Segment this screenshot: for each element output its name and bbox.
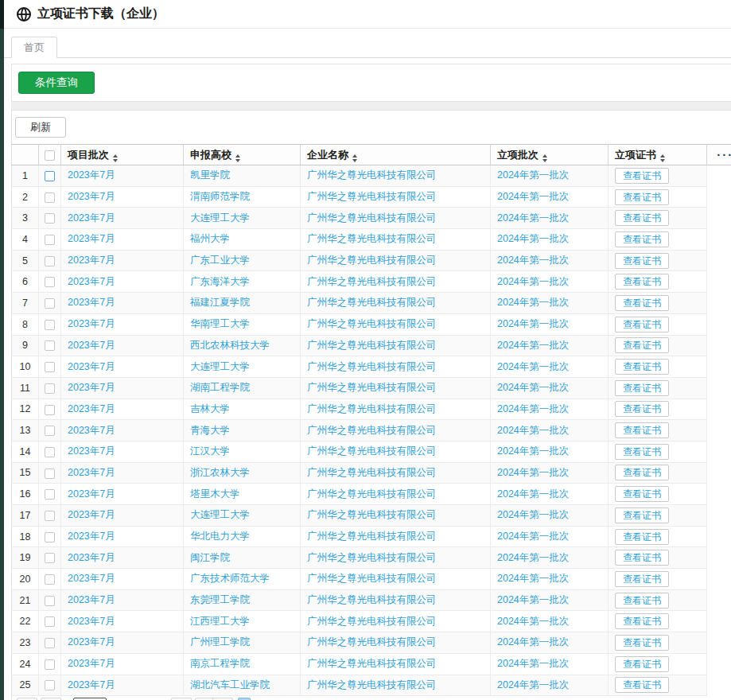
row-checkbox-cell [39,293,61,314]
view-certificate-button[interactable]: 查看证书 [615,189,669,205]
row-checkbox[interactable] [45,320,55,330]
row-checkbox[interactable] [45,192,55,203]
cell-company: 广州华之尊光电科技有限公司 [301,399,491,420]
table-row: 23 2023年7月 广州理工学院 广州华之尊光电科技有限公司 2024年第一批… [12,632,731,654]
row-checkbox[interactable] [45,511,55,521]
row-index: 3 [12,208,39,229]
cell-company: 广州华之尊光电科技有限公司 [301,569,491,590]
row-checkbox[interactable] [45,638,55,648]
cell-company: 广州华之尊光电科技有限公司 [301,441,491,462]
header-certificate[interactable]: 立项证书 [609,145,707,165]
view-certificate-button[interactable]: 查看证书 [615,317,669,332]
row-checkbox[interactable] [45,447,55,457]
row-checkbox[interactable] [45,340,55,351]
header-university[interactable]: 申报高校 [184,145,301,165]
row-index: 12 [12,399,39,420]
header-approval-batch[interactable]: 立项批次 [491,145,609,165]
cell-project-batch: 2023年7月 [61,505,184,527]
row-checkbox[interactable] [45,680,55,690]
view-certificate-button[interactable]: 查看证书 [615,613,669,629]
view-certificate-button[interactable]: 查看证书 [615,168,669,184]
cell-university: 福建江夏学院 [184,293,301,314]
row-index: 18 [12,526,39,547]
view-certificate-button[interactable]: 查看证书 [615,253,669,269]
row-checkbox[interactable] [45,277,55,287]
row-checkbox[interactable] [45,532,55,542]
view-certificate-button[interactable]: 查看证书 [615,274,669,290]
header-company[interactable]: 企业名称 [301,145,491,165]
row-checkbox[interactable] [45,553,55,563]
row-checkbox[interactable] [45,383,55,394]
cell-more [707,505,731,527]
cell-university: 南京工程学院 [184,653,301,675]
row-checkbox[interactable] [45,489,55,500]
view-certificate-button[interactable]: 查看证书 [615,635,669,651]
view-certificate-button[interactable]: 查看证书 [615,571,669,587]
cell-certificate: 查看证书 [609,229,707,251]
cell-more [707,547,731,569]
row-index: 13 [12,420,39,441]
cell-approval-batch: 2024年第一批次 [491,589,609,611]
table-row: 6 2023年7月 广东海洋大学 广州华之尊光电科技有限公司 2024年第一批次… [12,271,731,293]
row-checkbox[interactable] [45,235,55,245]
view-certificate-button[interactable]: 查看证书 [615,401,669,417]
cell-approval-batch: 2024年第一批次 [491,229,609,251]
table-row: 17 2023年7月 大连理工大学 广州华之尊光电科技有限公司 2024年第一批… [12,505,731,527]
view-certificate-button[interactable]: 查看证书 [615,444,669,460]
row-checkbox[interactable] [45,469,55,479]
cell-certificate: 查看证书 [609,313,707,335]
view-certificate-button[interactable]: 查看证书 [615,231,669,247]
view-certificate-button[interactable]: 查看证书 [615,210,669,226]
table-row: 21 2023年7月 东莞理工学院 广州华之尊光电科技有限公司 2024年第一批… [12,589,731,611]
sort-icon[interactable] [542,154,547,162]
cell-project-batch: 2023年7月 [61,293,184,314]
row-index: 6 [12,271,39,293]
row-checkbox[interactable] [45,574,55,585]
cell-company: 广州华之尊光电科技有限公司 [301,526,491,547]
sort-icon[interactable] [113,154,118,162]
row-checkbox[interactable] [45,596,55,606]
sort-icon[interactable] [660,154,665,162]
view-certificate-button[interactable]: 查看证书 [615,677,669,693]
cell-more [707,611,731,632]
view-certificate-button[interactable]: 查看证书 [615,656,669,672]
row-checkbox-cell [39,377,61,399]
view-certificate-button[interactable]: 查看证书 [615,359,669,375]
view-certificate-button[interactable]: 查看证书 [615,593,669,609]
row-checkbox-cell [39,526,61,547]
select-all-checkbox[interactable] [45,150,55,161]
view-certificate-button[interactable]: 查看证书 [615,422,669,438]
row-index: 1 [12,165,39,187]
view-certificate-button[interactable]: 查看证书 [615,465,669,480]
view-certificate-button[interactable]: 查看证书 [615,486,669,502]
row-checkbox[interactable] [45,298,55,309]
row-checkbox[interactable] [45,616,55,627]
row-checkbox[interactable] [45,405,55,415]
cell-more [707,250,731,271]
refresh-button[interactable]: 刷新 [15,117,66,138]
row-index: 16 [12,484,39,505]
condition-query-button[interactable]: 条件查询 [18,72,95,94]
view-certificate-button[interactable]: 查看证书 [615,550,669,566]
cell-project-batch: 2023年7月 [61,356,184,378]
row-checkbox[interactable] [45,213,55,224]
header-project-batch[interactable]: 项目批次 [61,145,184,165]
row-checkbox[interactable] [45,256,55,266]
cell-certificate: 查看证书 [609,399,707,420]
row-checkbox[interactable] [45,171,55,181]
view-certificate-button[interactable]: 查看证书 [615,508,669,523]
cell-university: 华北电力大学 [184,526,301,547]
sort-icon[interactable] [352,154,357,162]
view-certificate-button[interactable]: 查看证书 [615,529,669,545]
view-certificate-button[interactable]: 查看证书 [615,337,669,353]
more-columns-button[interactable]: ··· [707,145,731,165]
view-certificate-button[interactable]: 查看证书 [615,380,669,396]
view-certificate-button[interactable]: 查看证书 [615,295,669,311]
row-checkbox[interactable] [45,362,55,372]
row-checkbox[interactable] [45,659,55,670]
tab-home[interactable]: 首页 [11,37,57,58]
cell-approval-batch: 2024年第一批次 [491,250,609,271]
row-checkbox[interactable] [45,426,55,436]
cell-approval-batch: 2024年第一批次 [491,399,609,420]
sort-icon[interactable] [235,154,240,162]
